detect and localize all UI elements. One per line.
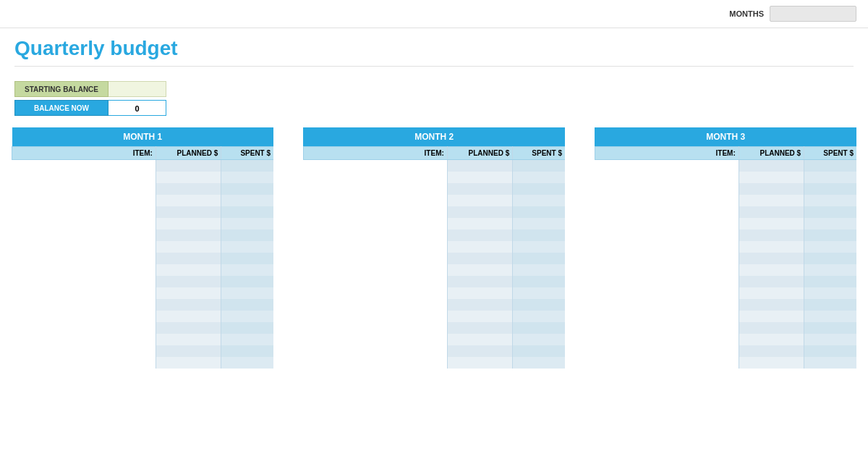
month-3-row12-planned[interactable]	[739, 299, 804, 311]
month-3-row7-spent[interactable]	[804, 241, 856, 253]
month-2-row8-item[interactable]	[303, 253, 447, 264]
month-2-row5-planned[interactable]	[447, 218, 512, 230]
month-2-row7-planned[interactable]	[447, 241, 512, 253]
month-2-row13-spent[interactable]	[513, 311, 565, 322]
month-1-row9-item[interactable]	[12, 264, 156, 276]
month-1-row13-item[interactable]	[12, 311, 156, 322]
month-3-row16-planned[interactable]	[739, 345, 804, 357]
month-3-row15-planned[interactable]	[739, 334, 804, 345]
month-2-row9-item[interactable]	[303, 264, 447, 276]
month-1-row17-item[interactable]	[12, 357, 156, 369]
month-2-row17-item[interactable]	[303, 357, 447, 369]
month-3-row11-planned[interactable]	[739, 287, 804, 299]
month-1-row4-planned[interactable]	[156, 206, 221, 218]
month-3-row4-planned[interactable]	[739, 206, 804, 218]
month-2-row7-item[interactable]	[303, 241, 447, 253]
month-1-row5-item[interactable]	[12, 218, 156, 230]
month-2-row10-planned[interactable]	[447, 276, 512, 287]
month-1-row10-spent[interactable]	[221, 276, 273, 287]
month-2-row1-spent[interactable]	[513, 172, 565, 183]
month-1-row14-spent[interactable]	[221, 322, 273, 334]
month-1-row12-planned[interactable]	[156, 299, 221, 311]
month-3-row17-planned[interactable]	[739, 357, 804, 369]
month-2-row9-planned[interactable]	[447, 264, 512, 276]
month-3-row8-planned[interactable]	[739, 253, 804, 264]
month-2-row15-planned[interactable]	[447, 334, 512, 345]
month-1-row9-planned[interactable]	[156, 264, 221, 276]
month-3-row10-item[interactable]	[595, 276, 739, 287]
month-2-row2-spent[interactable]	[513, 183, 565, 195]
month-1-row2-planned[interactable]	[156, 183, 221, 195]
month-3-row2-spent[interactable]	[804, 183, 856, 195]
month-3-row6-spent[interactable]	[804, 230, 856, 241]
month-3-row1-planned[interactable]	[739, 172, 804, 183]
month-1-row0-item[interactable]	[12, 160, 156, 172]
month-2-row1-planned[interactable]	[447, 172, 512, 183]
month-2-row12-planned[interactable]	[447, 299, 512, 311]
month-3-row1-spent[interactable]	[804, 172, 856, 183]
month-3-row3-planned[interactable]	[739, 195, 804, 206]
month-2-row11-spent[interactable]	[513, 287, 565, 299]
month-1-row10-item[interactable]	[12, 276, 156, 287]
month-2-row6-item[interactable]	[303, 230, 447, 241]
month-2-row7-spent[interactable]	[513, 241, 565, 253]
month-2-row3-item[interactable]	[303, 195, 447, 206]
month-3-row5-item[interactable]	[595, 218, 739, 230]
month-1-row10-planned[interactable]	[156, 276, 221, 287]
month-1-row1-planned[interactable]	[156, 172, 221, 183]
month-3-row16-spent[interactable]	[804, 345, 856, 357]
month-1-row13-planned[interactable]	[156, 311, 221, 322]
month-1-row17-spent[interactable]	[221, 357, 273, 369]
month-1-row7-item[interactable]	[12, 241, 156, 253]
month-3-row15-item[interactable]	[595, 334, 739, 345]
month-1-row6-spent[interactable]	[221, 230, 273, 241]
month-3-row10-planned[interactable]	[739, 276, 804, 287]
month-2-row8-spent[interactable]	[513, 253, 565, 264]
month-3-row12-item[interactable]	[595, 299, 739, 311]
month-3-row5-planned[interactable]	[739, 218, 804, 230]
month-1-row16-item[interactable]	[12, 345, 156, 357]
month-2-row17-planned[interactable]	[447, 357, 512, 369]
month-2-row10-spent[interactable]	[513, 276, 565, 287]
month-1-row8-item[interactable]	[12, 253, 156, 264]
month-2-row6-spent[interactable]	[513, 230, 565, 241]
month-3-row8-item[interactable]	[595, 253, 739, 264]
month-1-row0-planned[interactable]	[156, 160, 221, 172]
month-3-row6-item[interactable]	[595, 230, 739, 241]
month-2-row15-item[interactable]	[303, 334, 447, 345]
month-2-row5-item[interactable]	[303, 218, 447, 230]
month-2-row14-item[interactable]	[303, 322, 447, 334]
month-1-row2-spent[interactable]	[221, 183, 273, 195]
month-2-row16-planned[interactable]	[447, 345, 512, 357]
month-2-row2-item[interactable]	[303, 183, 447, 195]
month-1-row3-spent[interactable]	[221, 195, 273, 206]
month-1-row6-planned[interactable]	[156, 230, 221, 241]
month-2-row4-planned[interactable]	[447, 206, 512, 218]
month-3-row14-spent[interactable]	[804, 322, 856, 334]
month-2-row12-item[interactable]	[303, 299, 447, 311]
month-2-row0-spent[interactable]	[513, 160, 565, 172]
month-3-row9-spent[interactable]	[804, 264, 856, 276]
month-3-row13-spent[interactable]	[804, 311, 856, 322]
month-2-row4-item[interactable]	[303, 206, 447, 218]
month-1-row1-spent[interactable]	[221, 172, 273, 183]
month-2-row10-item[interactable]	[303, 276, 447, 287]
month-2-row14-spent[interactable]	[513, 322, 565, 334]
month-3-row17-item[interactable]	[595, 357, 739, 369]
month-2-row2-planned[interactable]	[447, 183, 512, 195]
month-1-row15-planned[interactable]	[156, 334, 221, 345]
month-3-row7-planned[interactable]	[739, 241, 804, 253]
month-1-row2-item[interactable]	[12, 183, 156, 195]
month-2-row9-spent[interactable]	[513, 264, 565, 276]
month-1-row15-spent[interactable]	[221, 334, 273, 345]
month-1-row12-item[interactable]	[12, 299, 156, 311]
month-3-row14-item[interactable]	[595, 322, 739, 334]
month-1-row1-item[interactable]	[12, 172, 156, 183]
month-1-row5-spent[interactable]	[221, 218, 273, 230]
month-3-row14-planned[interactable]	[739, 322, 804, 334]
month-2-row16-item[interactable]	[303, 345, 447, 357]
month-1-row11-planned[interactable]	[156, 287, 221, 299]
month-1-row16-spent[interactable]	[221, 345, 273, 357]
month-2-row13-planned[interactable]	[447, 311, 512, 322]
month-1-row4-item[interactable]	[12, 206, 156, 218]
